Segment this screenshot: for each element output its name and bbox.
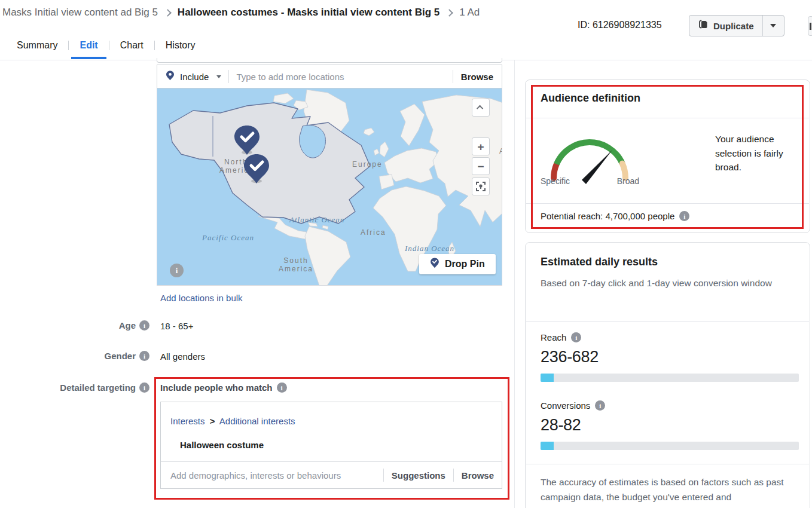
suggestions-button[interactable]: Suggestions — [384, 470, 453, 481]
info-icon[interactable]: i — [139, 351, 149, 361]
conversion-window-subtitle: Based on 7-day click and 1-day view conv… — [541, 276, 800, 290]
map-label-asia: Asia — [499, 147, 502, 155]
duplicate-options-button[interactable] — [762, 16, 784, 36]
drop-pin-button-label: Drop Pin — [445, 259, 485, 270]
detailed-targeting-input-row: Suggestions Browse — [161, 461, 502, 488]
info-icon[interactable]: i — [277, 382, 287, 393]
map-label-south-america: SouthAmerica — [279, 256, 313, 273]
drop-pin-icon — [430, 258, 439, 271]
tab-chart[interactable]: Chart — [109, 35, 154, 56]
reach-progress-fill — [541, 374, 554, 382]
locations-search-input[interactable] — [229, 72, 452, 82]
conversions-progress-fill — [541, 442, 554, 450]
include-dropdown-label: Include — [180, 72, 209, 82]
gender-field-value: All genders — [160, 351, 205, 362]
map-label-africa: Africa — [361, 228, 386, 237]
conversions-metric-value: 28-82 — [541, 416, 581, 434]
selected-location-pin-icon — [243, 154, 270, 185]
conversions-progress-bar — [541, 442, 799, 450]
ads-manager-edit-page: Masks Initial view content ad Big 5 Hall… — [0, 0, 812, 508]
breadcrumb: Masks Initial view content ad Big 5 Hall… — [2, 7, 480, 19]
selected-location-pin-icon — [233, 125, 261, 156]
map-label-europe: Europe — [352, 160, 383, 169]
info-icon[interactable]: i — [139, 320, 149, 330]
tab-edit[interactable]: Edit — [69, 35, 108, 56]
zoom-out-icon: − — [477, 161, 484, 172]
detailed-targeting-search-input[interactable] — [161, 470, 383, 481]
detailed-targeting-box: Interests > Additional interests Hallowe… — [160, 402, 502, 489]
card-divider — [526, 464, 809, 464]
drop-pin-button[interactable]: Drop Pin — [419, 254, 496, 274]
caret-down-icon — [770, 24, 776, 27]
estimated-results-card: Estimated daily results Based on 7-day c… — [525, 242, 810, 508]
card-divider — [526, 118, 809, 118]
map-label-pacific-ocean: Pacific Ocean — [202, 233, 254, 243]
include-people-match-label: Include people who matchi — [160, 382, 287, 393]
world-map[interactable]: NorthAmerica Europe Africa SouthAmerica … — [157, 88, 502, 286]
gender-field-label: Genderi — [0, 351, 149, 361]
duplicate-button-group: Duplicate — [689, 15, 784, 36]
audience-broadness-message: Your audience selection is fairly broad. — [715, 132, 805, 175]
path-separator: > — [210, 416, 215, 426]
age-field-label: Agei — [0, 320, 149, 330]
card-divider — [526, 321, 809, 322]
chevron-right-icon — [164, 9, 172, 17]
detailed-targeting-browse-button[interactable]: Browse — [454, 470, 502, 481]
potential-reach: Potential reach: 4,700,000 people i — [541, 211, 689, 221]
location-pin-icon — [166, 71, 175, 83]
copy-icon — [698, 19, 709, 32]
map-fit-pins-button[interactable] — [472, 178, 490, 195]
fit-pin-icon — [476, 182, 486, 191]
clipped-toolbar-button[interactable] — [808, 16, 812, 36]
breadcrumb-adset[interactable]: Halloween costumes - Masks initial view … — [178, 7, 439, 19]
audience-definition-title: Audience definition — [541, 92, 640, 105]
locations-include-dropdown[interactable]: Include — [157, 71, 228, 83]
interest-category-path: Interests > Additional interests — [170, 416, 295, 426]
chevron-right-icon — [445, 9, 453, 17]
age-field-value: 18 - 65+ — [160, 321, 193, 331]
add-locations-bulk-link[interactable]: Add locations in bulk — [160, 293, 243, 303]
reach-metric-value: 236-682 — [541, 348, 599, 366]
duplicate-button-label: Duplicate — [713, 21, 754, 31]
tab-summary[interactable]: Summary — [6, 35, 68, 56]
map-zoom-in-button[interactable]: + — [472, 137, 490, 155]
map-zoom-out-button[interactable]: − — [472, 157, 490, 175]
column-divider — [514, 60, 515, 508]
info-icon[interactable]: i — [595, 400, 605, 411]
duplicate-button[interactable]: Duplicate — [689, 16, 762, 36]
map-info-icon[interactable]: i — [170, 264, 184, 277]
conversions-metric-label: Conversions i — [541, 400, 605, 411]
map-label-atlantic-ocean: Atlantic Ocean — [289, 215, 344, 225]
detailed-targeting-field-label: Detailed targetingi — [0, 382, 149, 393]
breadcrumb-campaign[interactable]: Masks Initial view content ad Big 5 — [2, 7, 158, 19]
ad-id-label: ID: 6126908921335 — [578, 20, 662, 30]
reach-metric-label: Reach i — [541, 332, 581, 342]
chevron-up-icon — [477, 105, 483, 112]
tab-history[interactable]: History — [155, 35, 206, 56]
locations-include-bar: Include Browse — [157, 65, 502, 88]
reach-progress-bar — [541, 374, 799, 382]
info-icon[interactable]: i — [679, 211, 689, 221]
tab-bar: Summary Edit Chart History — [6, 35, 206, 56]
info-icon[interactable]: i — [139, 382, 149, 393]
gauge-label-broad: Broad — [617, 176, 639, 186]
zoom-in-icon: + — [477, 141, 484, 152]
estimates-disclaimer: The accuracy of estimates is based on fa… — [541, 475, 804, 504]
card-divider — [526, 203, 809, 204]
map-pan-up-button[interactable] — [472, 99, 490, 117]
info-icon[interactable]: i — [571, 332, 581, 342]
selected-interest[interactable]: Halloween costume — [180, 440, 264, 450]
clipped-locations-box — [157, 58, 502, 63]
map-label-indian-ocean: Indian Ocean — [405, 244, 454, 253]
breadcrumb-ad-count[interactable]: 1 Ad — [459, 7, 480, 19]
gauge-label-specific: Specific — [541, 176, 570, 186]
interests-link[interactable]: Interests — [170, 416, 205, 426]
estimated-results-title: Estimated daily results — [541, 256, 658, 268]
caret-down-icon — [216, 75, 221, 78]
audience-definition-card: Audience definition Specific Broad Your … — [525, 79, 810, 233]
locations-browse-button[interactable]: Browse — [453, 72, 502, 82]
additional-interests-link[interactable]: Additional interests — [219, 416, 295, 426]
gauge-scale-labels: Specific Broad — [541, 176, 639, 186]
